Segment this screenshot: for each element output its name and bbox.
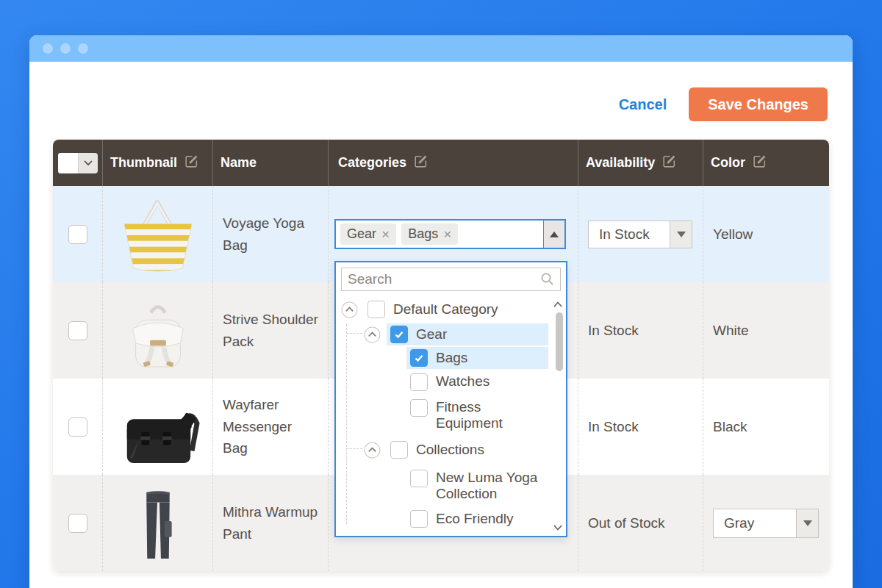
tree-item[interactable]: Bags — [336, 346, 566, 370]
tree-item-label: New Luma Yoga Collection — [436, 470, 545, 502]
category-search-box — [341, 268, 561, 291]
tree-item[interactable]: Gear — [336, 323, 566, 346]
select-all-checkbox[interactable] — [58, 153, 79, 173]
edit-pencil-icon[interactable] — [413, 154, 429, 173]
scroll-down-icon[interactable] — [553, 524, 563, 531]
tree-item-label: Bags — [436, 350, 467, 366]
category-tag: Bags × — [401, 223, 458, 245]
window-dot-icon — [78, 43, 88, 54]
select-all-chevron-down-icon[interactable] — [79, 153, 98, 173]
color-select[interactable]: Gray — [713, 509, 819, 538]
header-categories-label: Categories — [338, 155, 406, 171]
grid-header-row: Thumbnail Name Categories Availability — [53, 140, 829, 186]
color-value: Black — [703, 379, 829, 475]
scrollbar-thumb[interactable] — [556, 312, 563, 371]
categories-multiselect[interactable]: Gear × Bags × — [334, 219, 566, 249]
tag-remove-icon[interactable]: × — [443, 227, 451, 241]
tree-item-main: Watches — [406, 371, 548, 393]
tree-item-label: Gear — [416, 326, 447, 343]
availability-value: Out of Stock — [578, 475, 703, 571]
row-checkbox[interactable] — [68, 225, 87, 244]
row-checkbox[interactable] — [68, 514, 87, 533]
collapse-toggle-icon[interactable] — [341, 301, 358, 318]
row-checkbox[interactable] — [68, 321, 87, 340]
product-name: Mithra Warmup Pant — [213, 475, 329, 571]
tree-item-main: Gear — [387, 323, 548, 345]
availability-value: In Stock — [578, 379, 703, 475]
category-tag: Gear × — [340, 223, 396, 245]
color-value: White — [703, 282, 829, 379]
scroll-up-icon[interactable] — [553, 301, 563, 308]
triangle-down-icon — [677, 232, 686, 237]
category-checkbox[interactable] — [410, 399, 428, 417]
category-checkbox[interactable] — [368, 301, 385, 318]
category-checkbox[interactable] — [410, 373, 428, 391]
availability-value: In Stock — [578, 282, 703, 379]
tree-item[interactable]: Eco Friendly — [336, 506, 566, 531]
row-select-cell — [53, 379, 103, 475]
tree-item[interactable]: Watches — [336, 370, 566, 394]
thumbnail-cell — [103, 282, 213, 379]
product-name: Strive Shoulder Pack — [213, 282, 329, 379]
thumbnail-black-messenger-bag — [111, 387, 205, 467]
edit-pencil-icon[interactable] — [184, 154, 199, 173]
row-select-cell — [53, 186, 103, 282]
category-checkbox[interactable] — [410, 510, 428, 528]
tree-item-label: Fitness Equipment — [436, 399, 545, 431]
header-categories: Categories — [329, 140, 578, 186]
select-all-control[interactable] — [58, 153, 98, 173]
category-tags: Gear × Bags × — [336, 220, 543, 248]
header-color-label: Color — [711, 155, 745, 171]
header-select-all-cell — [53, 140, 103, 186]
row-select-cell — [53, 282, 103, 379]
product-name: Wayfarer Messenger Bag — [213, 379, 329, 475]
tree-item-label: Eco Friendly — [436, 511, 514, 527]
select-dropdown-button[interactable] — [796, 509, 818, 537]
availability-select-value: In Stock — [589, 221, 670, 248]
color-select-value: Gray — [714, 509, 796, 537]
tree-item-main: Fitness Equipment — [406, 397, 548, 434]
cancel-button[interactable]: Cancel — [619, 96, 667, 113]
edit-pencil-icon[interactable] — [662, 154, 677, 173]
header-name-label: Name — [220, 155, 257, 171]
availability-select[interactable]: In Stock — [588, 220, 692, 248]
window-dot-icon — [60, 43, 71, 54]
category-checkbox[interactable] — [390, 326, 408, 343]
availability-cell: In Stock — [578, 186, 703, 282]
tag-label: Gear — [347, 226, 376, 242]
tree-item[interactable]: New Luma Yoga Collection — [336, 465, 566, 506]
category-search-input[interactable] — [342, 268, 540, 290]
thumbnail-cell — [103, 379, 213, 475]
header-thumbnail: Thumbnail — [103, 140, 213, 186]
header-color: Color — [703, 140, 829, 186]
tree-item-label: Watches — [436, 373, 490, 390]
header-name: Name — [213, 140, 329, 186]
row-select-cell — [53, 475, 103, 571]
tree-item-main: Bags — [406, 347, 548, 369]
collapse-toggle-icon[interactable] — [364, 442, 381, 459]
category-checkbox[interactable] — [410, 349, 428, 367]
tree-item[interactable]: Collections — [336, 435, 566, 465]
select-dropdown-button[interactable] — [670, 221, 692, 248]
thumbnail-cell — [103, 186, 213, 282]
save-changes-button[interactable]: Save Changes — [689, 87, 828, 121]
window-titlebar — [29, 35, 853, 62]
action-toolbar: Cancel Save Changes — [619, 87, 828, 121]
tree-item-main: Collections — [387, 439, 548, 461]
multiselect-collapse-button[interactable] — [543, 220, 564, 248]
thumbnail-cell — [103, 475, 213, 571]
tag-remove-icon[interactable]: × — [381, 227, 390, 241]
edit-pencil-icon[interactable] — [752, 154, 767, 173]
category-checkbox[interactable] — [390, 441, 408, 459]
triangle-up-icon — [550, 232, 559, 237]
tree-item[interactable]: Fitness Equipment — [336, 394, 566, 435]
collapse-toggle-icon[interactable] — [364, 326, 381, 343]
category-checkbox[interactable] — [410, 470, 428, 487]
row-checkbox[interactable] — [68, 417, 87, 437]
product-grid: Thumbnail Name Categories Availability — [53, 140, 829, 571]
color-value: Yellow — [703, 186, 829, 282]
tree-item[interactable]: Default Category — [336, 296, 566, 323]
tree-item-main: Default Category — [364, 298, 548, 320]
browser-window: Cancel Save Changes Thumbnail Name — [29, 35, 853, 588]
header-availability-label: Availability — [586, 155, 655, 171]
